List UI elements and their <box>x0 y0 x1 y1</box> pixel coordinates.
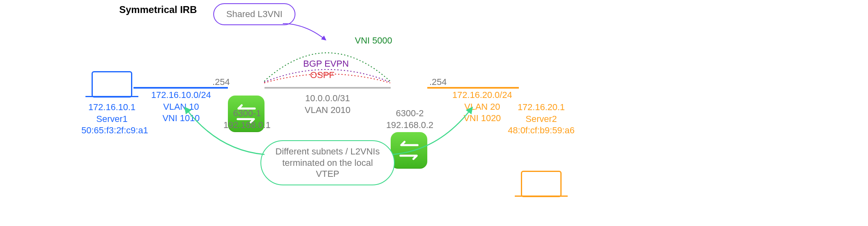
core-subnet: 10.0.0.0/31 <box>297 93 358 104</box>
left-gw-label: .254 <box>212 76 230 88</box>
core-vlan: VLAN 2010 <box>297 104 358 116</box>
l3vni-arrow <box>281 20 330 44</box>
server1-icon <box>92 71 132 98</box>
server1-name: Server1 <box>81 113 142 125</box>
l2vni-bubble-line1: Different subnets / L2VNIs <box>273 146 382 157</box>
l2vni-bubble-line2: terminated on the local VTEP <box>273 157 382 180</box>
left-subnet: 172.16.10.0/24 <box>144 89 218 101</box>
server1-ip: 172.16.10.1 <box>81 102 142 113</box>
server2-ip: 172.16.20.1 <box>505 102 578 113</box>
l2vni-bubble: Different subnets / L2VNIs terminated on… <box>260 140 395 185</box>
right-subnet: 172.16.20.0/24 <box>446 89 519 101</box>
link-core <box>265 87 391 89</box>
l2vni-arrow-left <box>181 104 267 156</box>
right-gw-label: .254 <box>429 76 447 88</box>
l2vni-arrow-right <box>391 104 476 156</box>
server1-mac: 50:65:f3:2f:c9:a1 <box>81 125 142 137</box>
diagram-title: Symmetrical IRB <box>119 4 197 15</box>
server2-name: Server2 <box>505 113 578 125</box>
server2-icon <box>521 171 562 197</box>
server2-mac: 48:0f:cf:b9:59:a6 <box>505 125 578 137</box>
overlay-arcs <box>264 41 390 85</box>
